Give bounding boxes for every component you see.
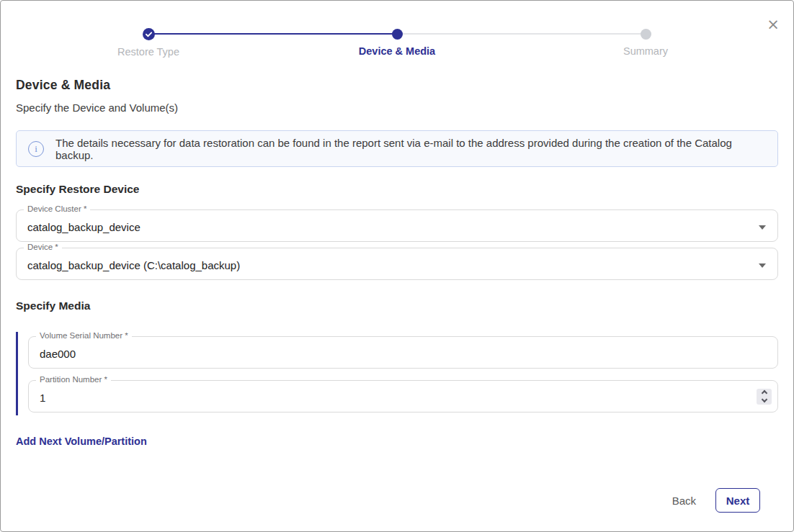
device-select[interactable]: Device * catalog_backup_device (C:\catal… xyxy=(16,248,778,280)
back-button[interactable]: Back xyxy=(672,495,696,507)
partition-number-field: Partition Number * xyxy=(28,380,778,412)
step-label-summary: Summary xyxy=(623,45,668,57)
active-step-dot-icon xyxy=(392,29,403,40)
partition-number-label: Partition Number * xyxy=(36,375,111,384)
info-icon: i xyxy=(28,141,44,157)
section-title-media: Specify Media xyxy=(16,299,778,312)
add-volume-partition-link[interactable]: Add Next Volume/Partition xyxy=(16,436,147,447)
step-label-restore-type: Restore Type xyxy=(117,46,179,58)
step-device-media[interactable]: Device & Media xyxy=(273,27,522,58)
chevron-down-icon[interactable] xyxy=(759,263,766,268)
info-alert-text: The details necessary for data restorati… xyxy=(55,137,766,161)
step-summary[interactable]: Summary xyxy=(522,27,770,58)
volume-serial-input[interactable] xyxy=(29,345,777,360)
page-title: Device & Media xyxy=(16,78,778,93)
restore-wizard-dialog: × Restore Type Device & Media Summary De xyxy=(0,0,794,532)
partition-number-input[interactable] xyxy=(29,389,777,404)
next-button[interactable]: Next xyxy=(715,488,760,513)
chevron-up-icon[interactable] xyxy=(761,390,767,396)
device-value: catalog_backup_device (C:\catalog_backup… xyxy=(17,256,777,271)
wizard-footer: Back Next xyxy=(672,488,760,513)
dialog-content: Restore Type Device & Media Summary Devi… xyxy=(16,1,778,531)
step-label-device-media: Device & Media xyxy=(359,45,435,57)
device-cluster-select[interactable]: Device Cluster * catalog_backup_device xyxy=(16,209,778,242)
check-circle-icon xyxy=(143,28,155,40)
device-cluster-label: Device Cluster * xyxy=(24,204,90,213)
volume-partition-group: Volume Serial Number * Partition Number … xyxy=(16,332,778,415)
volume-serial-label: Volume Serial Number * xyxy=(36,331,132,340)
chevron-down-icon[interactable] xyxy=(761,397,767,402)
chevron-down-icon[interactable] xyxy=(759,225,766,230)
device-cluster-value: catalog_backup_device xyxy=(17,218,777,233)
page-subtitle: Specify the Device and Volume(s) xyxy=(16,102,778,114)
volume-serial-field: Volume Serial Number * xyxy=(28,336,778,369)
section-title-restore-device: Specify Restore Device xyxy=(16,183,778,196)
number-stepper[interactable] xyxy=(757,389,772,405)
info-alert: i The details necessary for data restora… xyxy=(16,130,778,167)
wizard-stepper: Restore Type Device & Media Summary xyxy=(24,27,770,58)
upcoming-step-dot-icon xyxy=(641,29,651,40)
step-restore-type[interactable]: Restore Type xyxy=(24,27,273,58)
device-label: Device * xyxy=(24,243,62,251)
